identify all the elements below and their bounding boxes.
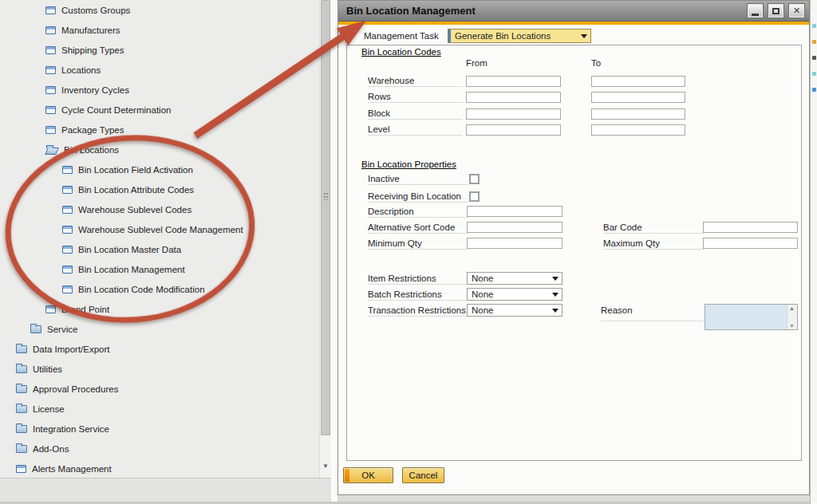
warehouse-from-input[interactable] <box>466 76 561 87</box>
window-titlebar[interactable]: Bin Location Management <box>338 1 809 22</box>
background-window-sliver <box>810 0 817 504</box>
folder-closed-icon <box>16 365 27 373</box>
tree-item-approval-procedures[interactable]: Approval Procedures <box>0 379 319 399</box>
folder-closed-icon <box>16 425 27 433</box>
item-restrictions-value: None <box>472 274 494 283</box>
document-icon <box>45 26 56 34</box>
tree-item-integration-service[interactable]: Integration Service <box>0 419 319 439</box>
tree-item-bin-location-attribute-codes[interactable]: Bin Location Attribute Codes <box>0 179 319 199</box>
document-icon <box>45 6 56 14</box>
item-restrictions-dropdown[interactable]: None <box>467 272 562 285</box>
chevron-down-icon <box>581 34 587 38</box>
chevron-down-icon <box>552 277 558 281</box>
document-icon <box>62 226 73 234</box>
transaction-restrictions-value: None <box>472 305 494 315</box>
tree-item-add-ons[interactable]: Add-Ons <box>0 439 319 459</box>
tree-item-label: Customs Groups <box>61 6 130 15</box>
reason-scrollbar[interactable]: ▲ ▼ <box>787 305 797 329</box>
tree-item-package-types[interactable]: Package Types <box>0 120 319 140</box>
reason-textarea: ▲ ▼ <box>705 304 798 330</box>
tree-item-warehouse-sublevel-code-management[interactable]: Warehouse Sublevel Code Management <box>0 219 319 239</box>
tree-item-label: Approval Procedures <box>33 384 118 394</box>
ok-button[interactable]: OK <box>343 467 393 483</box>
document-icon <box>62 266 73 274</box>
tree-item-label: Brand Point <box>61 305 109 314</box>
rows-from-input[interactable] <box>466 92 561 103</box>
tree-item-label: Bin Locations <box>64 145 119 155</box>
document-icon <box>62 246 73 254</box>
tree-scrollbar-thumb[interactable] <box>321 0 330 435</box>
level-to-input[interactable] <box>591 124 685 136</box>
label-block: Block <box>368 108 463 120</box>
document-icon <box>45 126 56 134</box>
tree-item-brand-point[interactable]: Brand Point <box>0 299 319 319</box>
tree-item-label: Bin Location Management <box>78 265 185 274</box>
tree-item-bin-location-field-activation[interactable]: Bin Location Field Activation <box>0 159 319 179</box>
panel-gap <box>331 0 337 504</box>
folder-open-icon <box>45 145 58 154</box>
batch-restrictions-dropdown[interactable]: None <box>467 288 562 301</box>
tree-item-manufacturers[interactable]: Manufacturers <box>0 20 319 40</box>
tree-item-license[interactable]: License <box>0 399 319 419</box>
label-bar-code: Bar Code <box>603 222 704 234</box>
document-icon <box>62 166 73 174</box>
tree-item-bin-location-code-modification[interactable]: Bin Location Code Modification <box>0 279 319 299</box>
document-icon <box>62 186 73 194</box>
tree-item-label: Locations <box>61 65 101 75</box>
management-task-dropdown[interactable]: Generate Bin Locations <box>448 29 591 43</box>
document-icon <box>62 285 73 293</box>
tree-item-bin-location-master-data[interactable]: Bin Location Master Data <box>0 239 319 259</box>
document-icon <box>16 465 26 473</box>
label-alternative-sort-code: Alternative Sort Code <box>368 222 468 234</box>
alternative-sort-code-input[interactable] <box>467 222 562 233</box>
block-to-input[interactable] <box>591 108 685 120</box>
document-icon <box>45 66 56 74</box>
tree-item-label: Alerts Management <box>32 464 112 474</box>
tree-scrollbar-down-button[interactable]: ▼ <box>320 459 331 472</box>
transaction-restrictions-dropdown[interactable]: None <box>467 304 562 317</box>
column-header-to: To <box>591 58 601 68</box>
label-level: Level <box>368 124 463 136</box>
chevron-down-icon <box>552 309 558 313</box>
tree-item-data-import-export[interactable]: Data Import/Export <box>0 339 319 359</box>
background-icon-speck <box>812 24 816 28</box>
tree-item-warehouse-sublevel-codes[interactable]: Warehouse Sublevel Codes <box>0 199 319 219</box>
tree-item-customs-groups[interactable]: Customs Groups <box>0 0 319 20</box>
minimize-button[interactable] <box>747 3 764 18</box>
close-button[interactable]: ✕ <box>788 3 805 18</box>
maximize-button[interactable] <box>768 3 784 18</box>
tree-item-cycle-count-determination[interactable]: Cycle Count Determination <box>0 100 319 120</box>
receiving-bin-location-checkbox[interactable] <box>469 191 480 202</box>
tree-item-utilities[interactable]: Utilities <box>0 359 319 379</box>
tree-item-alerts-management[interactable]: Alerts Management <box>0 459 319 478</box>
background-icon-speck <box>812 72 816 76</box>
maximum-qty-input[interactable] <box>703 238 798 249</box>
tree-item-inventory-cycles[interactable]: Inventory Cycles <box>0 80 319 100</box>
document-icon <box>45 305 56 313</box>
block-from-input[interactable] <box>466 108 561 120</box>
rows-to-input[interactable] <box>591 92 685 103</box>
screen: Customs GroupsManufacturersShipping Type… <box>0 0 817 504</box>
description-input[interactable] <box>467 206 562 217</box>
level-from-input[interactable] <box>466 124 561 136</box>
label-batch-restrictions: Batch Restrictions <box>368 289 468 301</box>
warehouse-to-input[interactable] <box>591 76 685 87</box>
tree-item-label: Bin Location Field Activation <box>78 165 193 175</box>
tree-item-label: Cycle Count Determination <box>61 105 171 115</box>
titlebar-accent-bar <box>338 22 809 25</box>
tree-item-bin-location-management[interactable]: Bin Location Management <box>0 259 319 279</box>
cancel-button[interactable]: Cancel <box>402 467 444 483</box>
folder-closed-icon <box>30 325 41 333</box>
tree-item-service[interactable]: Service <box>0 319 319 339</box>
minimum-qty-input[interactable] <box>467 238 562 249</box>
tree-item-bin-locations[interactable]: Bin Locations <box>0 140 319 159</box>
close-icon: ✕ <box>793 6 800 15</box>
inactive-checkbox[interactable] <box>469 174 480 184</box>
section-title-bin-location-properties: Bin Location Properties <box>361 159 456 169</box>
tree-item-shipping-types[interactable]: Shipping Types <box>0 40 319 60</box>
folder-closed-icon <box>16 445 27 453</box>
label-description: Description <box>368 206 468 218</box>
bar-code-input[interactable] <box>703 222 798 233</box>
tree-item-label: Warehouse Sublevel Codes <box>78 205 191 215</box>
tree-item-locations[interactable]: Locations <box>0 60 319 80</box>
